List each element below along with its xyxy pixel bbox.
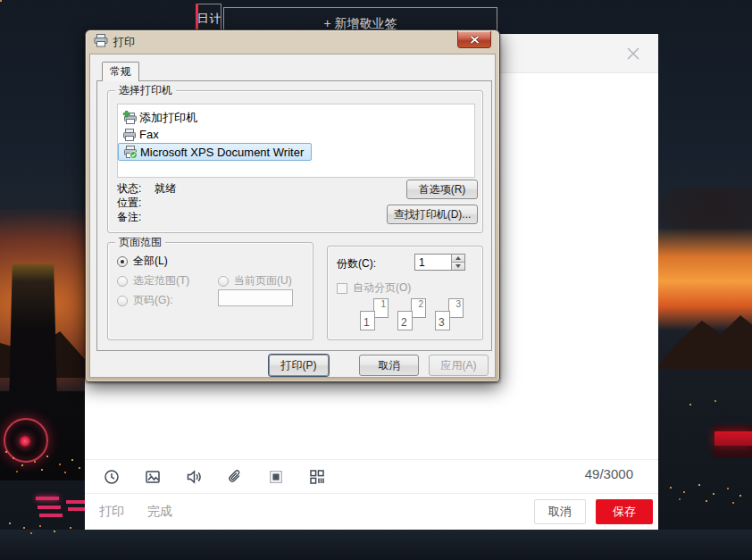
- image-icon[interactable]: [144, 468, 162, 486]
- char-counter: 49/3000: [585, 466, 633, 481]
- sunset-band-right: [656, 228, 752, 330]
- radio-label: 全部(L): [133, 254, 168, 269]
- dialog-title: 打印: [113, 35, 135, 50]
- add-printer-icon: [122, 111, 137, 125]
- screen: 日计 + 新增敬业签 49/30: [0, 0, 752, 560]
- group-label: 选择打印机: [115, 84, 176, 96]
- radio-current-page: 当前页面(U): [218, 273, 292, 288]
- cancel-button[interactable]: 取消: [534, 499, 586, 524]
- radio-all-pages[interactable]: 全部(L): [117, 254, 168, 269]
- collate-pages-graphic: 1 1 2 2 3 3: [360, 298, 464, 330]
- comment-row: 备注:: [117, 210, 155, 225]
- printer-name: Fax: [139, 128, 159, 141]
- comment-label: 备注:: [117, 210, 155, 225]
- radio-label: 页码(G):: [133, 293, 173, 308]
- tab-page: 选择打印机 添加打印机 Fax: [96, 80, 492, 351]
- editor-toolbar: [85, 459, 658, 494]
- printer-list-item[interactable]: 添加打印机: [118, 109, 474, 126]
- radio-label: 当前页面(U): [234, 273, 292, 288]
- printer-title-icon: [94, 34, 108, 51]
- page-icon: 3: [448, 298, 464, 318]
- checkbox-label: 自动分页(O): [353, 280, 411, 296]
- tab-general[interactable]: 常规: [102, 62, 139, 81]
- preferences-button[interactable]: 首选项(R): [406, 180, 478, 199]
- harbour-water: [0, 530, 752, 560]
- red-lit-building: [713, 425, 752, 457]
- dialog-button-row: 打印(P) 取消 应用(A): [90, 355, 495, 378]
- page-icon: 2: [397, 311, 413, 330]
- close-icon[interactable]: [624, 45, 642, 63]
- page-icon: 3: [435, 311, 450, 330]
- print-link[interactable]: 打印: [99, 504, 124, 520]
- radio-button: [117, 296, 128, 306]
- status-row: 状态: 就绪: [117, 181, 176, 196]
- radio-label: 选定范围(T): [133, 273, 189, 288]
- status-value: 就绪: [155, 181, 176, 196]
- location-row: 位置:: [117, 196, 155, 211]
- copies-value: 1: [415, 255, 451, 270]
- radio-button: [117, 276, 128, 287]
- filled-square-icon[interactable]: [267, 468, 285, 486]
- apply-button: 应用(A): [429, 355, 489, 376]
- spinner-down-button[interactable]: [452, 263, 464, 270]
- printer-ready-icon: [123, 145, 138, 159]
- dialog-client-area: 常规 选择打印机 添加打印机: [89, 54, 496, 378]
- select-printer-group: 选择打印机 添加打印机 Fax: [107, 90, 483, 233]
- city-lights: [0, 0, 2, 2]
- page-icon: 1: [360, 311, 375, 330]
- neon-sign: [36, 497, 59, 500]
- copies-label: 份数(C):: [337, 256, 376, 272]
- spinner-buttons: [451, 255, 464, 270]
- printer-list-item[interactable]: Fax: [118, 126, 474, 143]
- dialog-titlebar[interactable]: 打印: [86, 30, 499, 54]
- collate-checkbox-row: 自动分页(O): [337, 280, 411, 296]
- page-icon: 2: [411, 298, 426, 318]
- paperclip-icon[interactable]: [226, 468, 244, 486]
- dialog-cancel-button[interactable]: 取消: [359, 355, 419, 376]
- print-dialog-window: 打印 常规 选择打印机 添加打印机: [85, 29, 500, 382]
- ferris-wheel-hub: [20, 436, 30, 447]
- page-range-input: [218, 289, 293, 306]
- collate-pair: 2 2: [397, 298, 426, 330]
- printer-list: 添加打印机 Fax Microsoft XPS Do: [117, 104, 475, 178]
- page-range-group: 页面范围 全部(L) 选定范围(T) 当前页面(U): [107, 242, 313, 340]
- up-arrow-icon: [455, 256, 461, 260]
- group-label: 页面范围: [115, 236, 165, 248]
- collate-pair: 1 1: [360, 298, 389, 330]
- printer-list-item-selected[interactable]: Microsoft XPS Document Writer: [118, 143, 312, 161]
- printer-name: 添加打印机: [139, 110, 197, 126]
- spinner-up-button[interactable]: [452, 255, 464, 263]
- down-arrow-icon: [455, 264, 461, 268]
- printer-name: Microsoft XPS Document Writer: [140, 146, 304, 159]
- radio-selection: 选定范围(T): [117, 273, 189, 288]
- layout-grid-icon[interactable]: [308, 468, 326, 486]
- page-icon: 1: [373, 298, 389, 318]
- status-label: 状态:: [117, 181, 155, 196]
- copies-group: 份数(C): 1 自动分页(O) 1: [327, 246, 483, 340]
- checkbox-unchecked: [337, 283, 347, 294]
- radio-button-checked: [117, 256, 128, 267]
- speaker-icon[interactable]: [185, 468, 203, 486]
- radio-button: [218, 276, 229, 287]
- done-link[interactable]: 完成: [147, 504, 172, 520]
- radio-page-numbers: 页码(G):: [117, 293, 173, 308]
- collate-pair: 3 3: [435, 298, 464, 330]
- print-button[interactable]: 打印(P): [269, 355, 329, 376]
- find-printer-button[interactable]: 查找打印机(D)...: [387, 205, 478, 224]
- save-button[interactable]: 保存: [596, 499, 653, 524]
- copies-spinner[interactable]: 1: [414, 254, 465, 271]
- clock-icon[interactable]: [103, 468, 121, 486]
- printer-icon: [122, 128, 137, 142]
- location-label: 位置:: [117, 196, 155, 211]
- editor-footer: 打印 完成 取消 保存: [85, 494, 658, 530]
- dialog-close-button[interactable]: [457, 31, 491, 48]
